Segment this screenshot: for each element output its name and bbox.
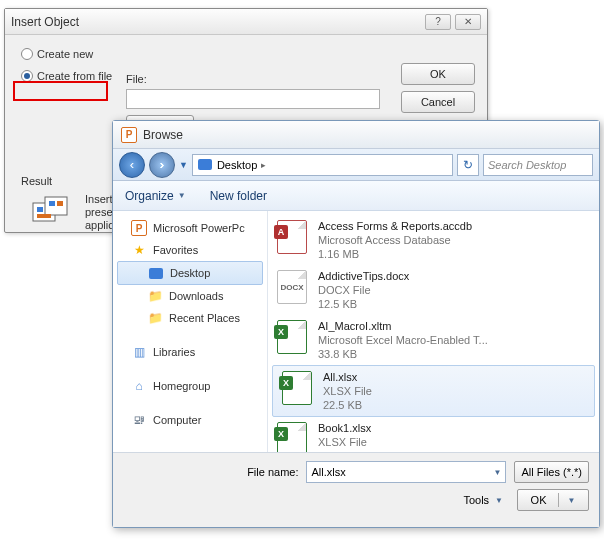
result-icon	[31, 193, 73, 231]
file-row[interactable]: AAccess Forms & Reports.accdbMicrosoft A…	[268, 215, 599, 265]
radio-icon	[21, 70, 33, 82]
file-type: XLSX File	[318, 435, 371, 449]
search-input[interactable]: Search Desktop	[483, 154, 593, 176]
file-row[interactable]: XBook1.xlsxXLSX File	[268, 417, 599, 452]
new-folder-button[interactable]: New folder	[210, 189, 267, 203]
create-new-label: Create new	[37, 48, 93, 60]
svg-rect-5	[37, 214, 51, 218]
insert-object-title: Insert Object	[11, 15, 79, 29]
homegroup-icon: ⌂	[131, 378, 147, 394]
browse-toolbar: Organize ▼ New folder	[113, 181, 599, 211]
computer-icon: 🖳	[131, 412, 147, 428]
radio-icon	[21, 48, 33, 60]
sidebar-item-label: Libraries	[153, 346, 195, 358]
svg-rect-1	[45, 197, 67, 215]
search-placeholder: Search Desktop	[488, 159, 566, 171]
file-row[interactable]: XAI_MacroI.xltmMicrosoft Excel Macro-Ena…	[268, 315, 599, 365]
powerpoint-icon: P	[131, 220, 147, 236]
file-label: File:	[126, 73, 147, 85]
file-icon: X	[274, 421, 310, 452]
create-new-radio-row[interactable]: Create new	[21, 45, 475, 63]
browse-title: Browse	[143, 128, 183, 142]
star-icon: ★	[131, 242, 147, 258]
forward-button[interactable]: ›	[149, 152, 175, 178]
filename-label: File name:	[247, 466, 298, 478]
chevron-down-icon: ▼	[495, 496, 503, 505]
file-size: 1.16 MB	[318, 247, 472, 261]
desktop-icon	[148, 265, 164, 281]
file-icon: A	[274, 219, 310, 255]
svg-rect-2	[49, 201, 55, 206]
browse-main: P Microsoft PowerPc ★ Favorites Desktop …	[113, 211, 599, 452]
file-name: AI_MacroI.xltm	[318, 319, 488, 333]
ok-label: OK	[531, 494, 547, 506]
sidebar-homegroup[interactable]: ⌂ Homegroup	[113, 375, 267, 397]
refresh-button[interactable]: ↻	[457, 154, 479, 176]
file-row[interactable]: XAll.xlsxXLSX File22.5 KB	[272, 365, 595, 417]
sidebar-item-downloads[interactable]: 📁 Downloads	[113, 285, 267, 307]
browse-bottom-panel: File name: All.xlsx ▼ All Files (*.*) To…	[113, 452, 599, 527]
sidebar-computer[interactable]: 🖳 Computer	[113, 409, 267, 431]
filter-label: All Files (*.*)	[521, 466, 582, 478]
file-meta: All.xlsxXLSX File22.5 KB	[323, 370, 372, 412]
sidebar-favorites[interactable]: ★ Favorites	[113, 239, 267, 261]
insert-object-titlebar: Insert Object ? ✕	[5, 9, 487, 35]
breadcrumb[interactable]: Desktop ▸	[192, 154, 453, 176]
file-icon: X	[279, 370, 315, 406]
sidebar-item-label: Computer	[153, 414, 201, 426]
sidebar-item-desktop[interactable]: Desktop	[117, 261, 263, 285]
svg-rect-4	[37, 207, 43, 212]
sidebar-item-label: Microsoft PowerPc	[153, 222, 245, 234]
file-icon: DOCX	[274, 269, 310, 305]
file-size: 12.5 KB	[318, 297, 409, 311]
ok-button[interactable]: OK	[401, 63, 475, 85]
sidebar-item-label: Desktop	[170, 267, 210, 279]
close-button[interactable]: ✕	[455, 14, 481, 30]
sidebar-item-label: Downloads	[169, 290, 223, 302]
file-meta: AddictiveTips.docxDOCX File12.5 KB	[318, 269, 409, 311]
file-path-input[interactable]	[126, 89, 380, 109]
help-button[interactable]: ?	[425, 14, 451, 30]
organize-menu[interactable]: Organize ▼	[125, 189, 186, 203]
file-row[interactable]: DOCXAddictiveTips.docxDOCX File12.5 KB	[268, 265, 599, 315]
tools-menu[interactable]: Tools ▼	[457, 489, 509, 511]
chevron-down-icon: ▼	[494, 468, 502, 477]
file-type: XLSX File	[323, 384, 372, 398]
breadcrumb-location: Desktop	[217, 159, 257, 171]
filename-input[interactable]: All.xlsx ▼	[306, 461, 506, 483]
file-type: Microsoft Excel Macro-Enabled T...	[318, 333, 488, 347]
browse-titlebar: P Browse	[113, 121, 599, 149]
file-meta: Book1.xlsxXLSX File	[318, 421, 371, 449]
file-name: All.xlsx	[323, 370, 372, 384]
tools-label: Tools	[463, 494, 489, 506]
folder-icon: 📁	[147, 310, 163, 326]
result-label: Result	[21, 175, 52, 187]
back-button[interactable]: ‹	[119, 152, 145, 178]
filename-value: All.xlsx	[311, 466, 345, 478]
sidebar-item-label: Homegroup	[153, 380, 210, 392]
browse-ok-button[interactable]: OK ▼	[517, 489, 589, 511]
browse-navbar: ‹ › ▼ Desktop ▸ ↻ Search Desktop	[113, 149, 599, 181]
sidebar: P Microsoft PowerPc ★ Favorites Desktop …	[113, 211, 268, 452]
file-name: Access Forms & Reports.accdb	[318, 219, 472, 233]
chevron-right-icon: ▸	[261, 160, 266, 170]
sidebar-libraries[interactable]: ▥ Libraries	[113, 341, 267, 363]
cancel-button[interactable]: Cancel	[401, 91, 475, 113]
organize-label: Organize	[125, 189, 174, 203]
sidebar-item-recent[interactable]: 📁 Recent Places	[113, 307, 267, 329]
insert-object-body: Create new Create from file File: Browse…	[5, 35, 487, 95]
sidebar-item-label: Recent Places	[169, 312, 240, 324]
svg-rect-3	[57, 201, 63, 206]
file-type: DOCX File	[318, 283, 409, 297]
sidebar-item-label: Favorites	[153, 244, 198, 256]
sidebar-item-powerpoint[interactable]: P Microsoft PowerPc	[113, 217, 267, 239]
file-filter-combo[interactable]: All Files (*.*)	[514, 461, 589, 483]
chevron-down-icon: ▼	[567, 496, 575, 505]
create-from-file-label: Create from file	[37, 70, 112, 82]
libraries-icon: ▥	[131, 344, 147, 360]
file-name: Book1.xlsx	[318, 421, 371, 435]
file-list: AAccess Forms & Reports.accdbMicrosoft A…	[268, 211, 599, 452]
powerpoint-icon: P	[121, 127, 137, 143]
chevron-down-icon: ▼	[178, 191, 186, 200]
chevron-down-icon[interactable]: ▼	[179, 160, 188, 170]
